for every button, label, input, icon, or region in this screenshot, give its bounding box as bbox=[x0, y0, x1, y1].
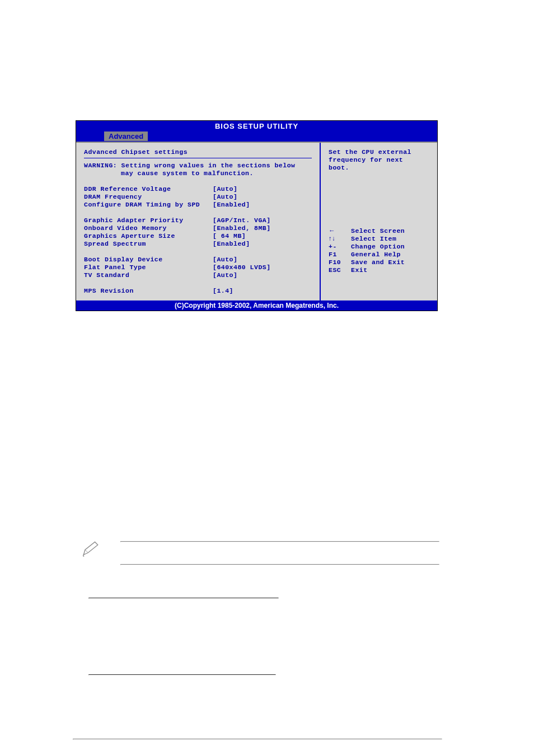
nav-action-label: Select Item bbox=[351, 235, 429, 242]
setting-label: Configure DRAM Timing by SPD bbox=[84, 201, 213, 208]
warning-text-line2: may cause system to malfunction. bbox=[84, 170, 312, 177]
setting-label: DRAM Frequency bbox=[84, 193, 213, 200]
setting-label: TV Standard bbox=[84, 271, 213, 279]
nav-action-label: Exit bbox=[351, 266, 429, 274]
nav-key-label: F10 bbox=[329, 259, 351, 266]
horizontal-rule bbox=[73, 739, 442, 740]
help-line3: boot. bbox=[329, 164, 429, 171]
bios-title-bar: BIOS SETUP UTILITY bbox=[76, 121, 437, 132]
setting-ddr-voltage[interactable]: DDR Reference Voltage [Auto] bbox=[84, 185, 312, 192]
pencil-note-icon bbox=[81, 540, 101, 560]
setting-boot-display-device[interactable]: Boot Display Device [Auto] bbox=[84, 256, 312, 263]
help-line2: frequency for next bbox=[329, 156, 429, 163]
nav-action-label: General Help bbox=[351, 251, 429, 258]
warning-text-line1: WARNING: Setting wrong values in the sec… bbox=[84, 162, 312, 169]
setting-value: [Enabled, 8MB] bbox=[213, 224, 312, 232]
arrow-left-icon: ← bbox=[329, 227, 351, 234]
nav-key-label: +- bbox=[329, 243, 351, 250]
setting-label: Graphic Adapter Priority bbox=[84, 217, 213, 224]
horizontal-rule bbox=[88, 598, 279, 599]
bios-footer: (C)Copyright 1985-2002, American Megatre… bbox=[76, 300, 437, 311]
setting-value: [Enabled] bbox=[213, 201, 312, 208]
setting-value: [640x480 LVDS] bbox=[213, 264, 312, 271]
setting-value: [Auto] bbox=[213, 256, 312, 263]
horizontal-rule bbox=[120, 564, 439, 565]
nav-key-label: F1 bbox=[329, 251, 351, 258]
bios-title: BIOS SETUP UTILITY bbox=[215, 122, 298, 130]
setting-label: Onboard Video Memory bbox=[84, 224, 213, 232]
nav-select-screen: ← Select Screen bbox=[329, 227, 429, 234]
setting-graphic-adapter-priority[interactable]: Graphic Adapter Priority [AGP/Int. VGA] bbox=[84, 217, 312, 224]
divider bbox=[84, 158, 312, 158]
setting-flat-panel-type[interactable]: Flat Panel Type [640x480 LVDS] bbox=[84, 264, 312, 271]
nav-general-help: F1 General Help bbox=[329, 251, 429, 258]
setting-value: [Auto] bbox=[213, 193, 312, 200]
setting-label: Boot Display Device bbox=[84, 256, 213, 263]
setting-value: [Enabled] bbox=[213, 240, 312, 247]
horizontal-rule bbox=[88, 674, 276, 675]
setting-label: DDR Reference Voltage bbox=[84, 185, 213, 192]
setting-label: Spread Spectrum bbox=[84, 240, 213, 247]
nav-save-exit: F10 Save and Exit bbox=[329, 259, 429, 266]
setting-dram-timing-spd[interactable]: Configure DRAM Timing by SPD [Enabled] bbox=[84, 201, 312, 208]
setting-dram-frequency[interactable]: DRAM Frequency [Auto] bbox=[84, 193, 312, 200]
nav-action-label: Save and Exit bbox=[351, 259, 429, 266]
nav-change-option: +- Change Option bbox=[329, 243, 429, 250]
setting-value: [1.4] bbox=[213, 287, 312, 294]
setting-label: Flat Panel Type bbox=[84, 264, 213, 271]
setting-graphics-aperture-size[interactable]: Graphics Aperture Size [ 64 MB] bbox=[84, 232, 312, 240]
help-line1: Set the CPU external bbox=[329, 148, 429, 156]
nav-action-label: Change Option bbox=[351, 243, 429, 250]
bios-help-panel: Set the CPU external frequency for next … bbox=[320, 143, 437, 300]
horizontal-rule bbox=[120, 541, 439, 542]
nav-select-item: ↑↓ Select Item bbox=[329, 235, 429, 242]
setting-value: [Auto] bbox=[213, 185, 312, 192]
setting-tv-standard[interactable]: TV Standard [Auto] bbox=[84, 271, 312, 279]
navigation-help: ← Select Screen ↑↓ Select Item +- Change… bbox=[329, 227, 429, 274]
setting-onboard-video-memory[interactable]: Onboard Video Memory [Enabled, 8MB] bbox=[84, 224, 312, 232]
nav-action-label: Select Screen bbox=[351, 227, 429, 234]
setting-mps-revision[interactable]: MPS Revision [1.4] bbox=[84, 287, 312, 294]
tab-advanced[interactable]: Advanced bbox=[104, 132, 148, 141]
bios-tab-row: Advanced bbox=[76, 132, 437, 142]
setting-value: [Auto] bbox=[213, 271, 312, 279]
setting-spread-spectrum[interactable]: Spread Spectrum [Enabled] bbox=[84, 240, 312, 247]
setting-label: MPS Revision bbox=[84, 287, 213, 294]
setting-value: [ 64 MB] bbox=[213, 232, 312, 240]
bios-content: Advanced Chipset settings WARNING: Setti… bbox=[76, 142, 437, 300]
copyright-text: (C)Copyright 1985-2002, American Megatre… bbox=[175, 302, 339, 309]
bios-settings-panel: Advanced Chipset settings WARNING: Setti… bbox=[76, 143, 320, 300]
setting-label: Graphics Aperture Size bbox=[84, 232, 213, 240]
section-title: Advanced Chipset settings bbox=[84, 148, 312, 156]
nav-key-label: ESC bbox=[329, 266, 351, 274]
arrow-updown-icon: ↑↓ bbox=[329, 235, 351, 242]
setting-value: [AGP/Int. VGA] bbox=[213, 217, 312, 224]
svg-line-0 bbox=[85, 550, 88, 553]
bios-setup-window: BIOS SETUP UTILITY Advanced Advanced Chi… bbox=[76, 120, 438, 311]
nav-exit: ESC Exit bbox=[329, 266, 429, 274]
